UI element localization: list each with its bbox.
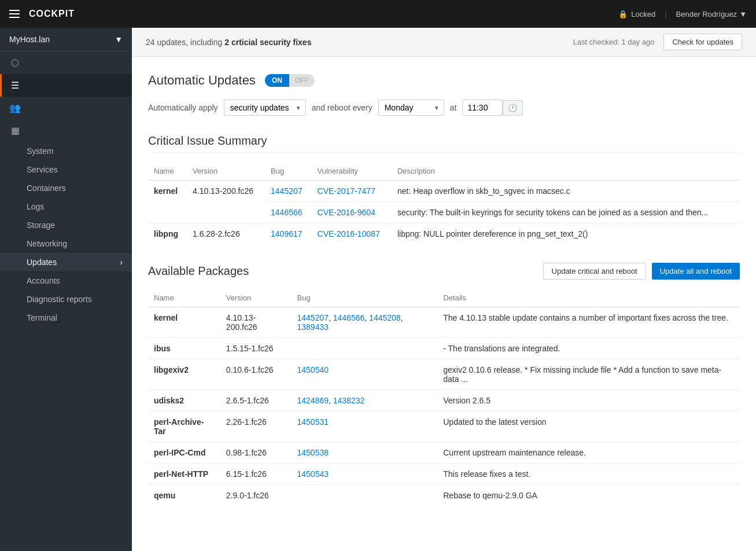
critical-row-desc: net: Heap overflow in skb_to_sgvec in ma… — [392, 181, 740, 202]
sidebar-item-updates[interactable]: Updates › — [0, 253, 132, 271]
apply-type-wrapper: security updates all updates no updates — [224, 100, 306, 116]
pkg-bug-link[interactable]: 1446566 — [333, 313, 365, 322]
update-critical-reboot-button[interactable]: Update critical and reboot — [543, 263, 646, 280]
critical-col-bug: Bug — [265, 162, 311, 181]
sidebar-item-storage[interactable]: Storage — [0, 216, 132, 234]
pkg-row-details: Rebase to qemu-2.9.0 GA — [437, 485, 740, 506]
pkg-bug-link[interactable]: 1445208 — [369, 313, 401, 322]
banner-last-checked: Last checked: 1 day ago — [573, 38, 655, 46]
pkg-bug-link[interactable]: 1424869 — [297, 396, 329, 405]
pkg-bug-link[interactable]: 1438232 — [333, 396, 365, 405]
sidebar-item-diagnostic[interactable]: Diagnostic reports — [0, 290, 132, 308]
pkg-row-bug: 1450531 — [292, 412, 438, 442]
pkg-row-version: 0.98-1.fc26 — [220, 442, 292, 464]
pkg-bug-link[interactable]: 1389433 — [297, 322, 329, 332]
toggle-off-label: OFF — [289, 74, 315, 87]
sidebar-item-networking-label: Networking — [27, 239, 67, 248]
pkg-row-details: - The translations are integrated. — [437, 338, 740, 359]
content-area: 24 updates, including 2 crticial securit… — [132, 28, 756, 551]
sidebar-item-system-label: System — [27, 146, 54, 156]
packages-actions: Update critical and reboot Update all an… — [543, 263, 740, 280]
cve-link[interactable]: CVE-2016-10087 — [318, 229, 380, 238]
overview-icon: ⬡ — [9, 57, 21, 68]
topbar-divider: | — [665, 10, 666, 19]
pkg-row-bug: 1424869, 1438232 — [292, 390, 438, 412]
content-inner: Automatic Updates ON OFF Automatically a… — [132, 57, 756, 541]
sidebar-item-logs[interactable]: Logs — [0, 197, 132, 216]
sidebar-item-accounts-label: Accounts — [27, 276, 60, 285]
pkg-row-details: gexiv2 0.10.6 release. * Fix missing inc… — [437, 359, 740, 390]
auto-apply-row: Automatically apply security updates all… — [148, 100, 740, 116]
table-row: kernel4.10.13-200.fc261445207CVE-2017-74… — [148, 181, 740, 202]
lock-status: 🔒 Locked — [618, 10, 655, 19]
pkg-bug-link[interactable]: 1450540 — [297, 365, 329, 374]
pkg-row-version: 4.10.13-200.fc26 — [220, 307, 292, 338]
critical-col-vuln: Vulnerability — [312, 162, 392, 181]
storage-icon: ▦ — [9, 125, 21, 136]
reboot-day-select[interactable]: Monday Tuesday Wednesday Thursday Friday… — [378, 100, 444, 116]
pkg-row-bug — [292, 338, 438, 359]
cve-link[interactable]: CVE-2016-9604 — [318, 208, 375, 217]
critical-row-bug: 1445207 — [265, 181, 311, 202]
packages-header: Available Packages Update critical and r… — [148, 263, 740, 280]
banner-right: Last checked: 1 day ago Check for update… — [573, 34, 742, 50]
updates-banner: 24 updates, including 2 crticial securit… — [132, 28, 756, 57]
topbar: COCKPIT 🔒 Locked | Bender Rodríguez ▼ — [0, 0, 756, 28]
lock-icon: 🔒 — [618, 10, 628, 19]
apply-type-select[interactable]: security updates all updates no updates — [224, 100, 306, 116]
sidebar-host-chevron: ▼ — [115, 35, 123, 44]
pkg-bug-link[interactable]: 1445207 — [297, 313, 329, 322]
sidebar-item-services[interactable]: Services — [0, 160, 132, 179]
sidebar-item-containers[interactable]: Containers — [0, 179, 132, 197]
sidebar-item-storage-icon[interactable]: ▦ — [0, 119, 132, 142]
lock-label: Locked — [631, 10, 655, 19]
pkg-bug-link[interactable]: 1450531 — [297, 417, 329, 427]
pkg-row-bug: 1450540 — [292, 359, 438, 390]
sidebar-nav: ⬡ ☰ 👥 ▦ System Services Containers Lo — [0, 52, 132, 551]
pkg-bug-link[interactable]: 1450538 — [297, 448, 329, 457]
pkg-row-details: This release fixes a test. — [437, 464, 740, 485]
pkg-row-details: Current upstream maintenance release. — [437, 442, 740, 464]
user-label: Bender Rodríguez — [676, 10, 737, 19]
critical-issues-table: Name Version Bug Vulnerability Descripti… — [148, 162, 740, 244]
sidebar-item-terminal[interactable]: Terminal — [0, 308, 132, 327]
critical-row-desc: security: The built-in keyrings for secu… — [392, 202, 740, 223]
table-row: libpng1.6.28-2.fc261409617CVE-2016-10087… — [148, 223, 740, 245]
pkg-row-bug — [292, 485, 438, 506]
sidebar-item-terminal-label: Terminal — [27, 313, 57, 322]
sidebar-host[interactable]: MyHost.lan ▼ — [0, 28, 132, 52]
time-clock-button[interactable]: 🕐 — [503, 100, 523, 116]
pkg-col-version: Version — [220, 289, 292, 307]
topbar-right: 🔒 Locked | Bender Rodríguez ▼ — [618, 10, 747, 19]
sidebar-item-networking[interactable]: Networking — [0, 234, 132, 253]
update-all-reboot-button[interactable]: Update all and reboot — [652, 263, 740, 280]
bug-link[interactable]: 1446566 — [271, 208, 303, 217]
time-input[interactable] — [462, 100, 503, 116]
menu-toggle[interactable] — [9, 10, 20, 18]
bug-link[interactable]: 1445207 — [271, 186, 303, 196]
pkg-row-version: 2.26-1.fc26 — [220, 412, 292, 442]
auto-updates-toggle[interactable]: ON OFF — [265, 74, 315, 87]
table-row: perl-Archive-Tar2.26-1.fc261450531Update… — [148, 412, 740, 442]
table-row: ibus1.5.15-1.fc26- The translations are … — [148, 338, 740, 359]
critical-row-vuln: CVE-2016-10087 — [312, 223, 392, 245]
time-wrapper: 🕐 — [462, 100, 523, 116]
pkg-bug-link[interactable]: 1450543 — [297, 469, 329, 479]
cve-link[interactable]: CVE-2017-7477 — [318, 186, 375, 196]
sidebar-item-system-icon[interactable]: ☰ — [0, 74, 132, 97]
check-for-updates-button[interactable]: Check for updates — [663, 34, 742, 50]
user-menu[interactable]: Bender Rodríguez ▼ — [676, 10, 747, 19]
toggle-on-label: ON — [265, 74, 289, 87]
bug-link[interactable]: 1409617 — [271, 229, 303, 238]
pkg-row-name: qemu — [148, 485, 220, 506]
sidebar-item-accounts[interactable]: Accounts — [0, 271, 132, 290]
sidebar-item-overview[interactable]: ⬡ — [0, 52, 132, 74]
table-row: perl-Net-HTTP6.15-1.fc261450543This rele… — [148, 464, 740, 485]
critical-row-desc: libpng: NULL pointer dereference in png_… — [392, 223, 740, 245]
pkg-row-bug: 1450538 — [292, 442, 438, 464]
pkg-col-details: Details — [437, 289, 740, 307]
sidebar-item-users-icon[interactable]: 👥 — [0, 97, 132, 119]
sidebar-item-system[interactable]: System — [0, 142, 132, 160]
critical-col-desc: Description — [392, 162, 740, 181]
pkg-row-name: libgexiv2 — [148, 359, 220, 390]
